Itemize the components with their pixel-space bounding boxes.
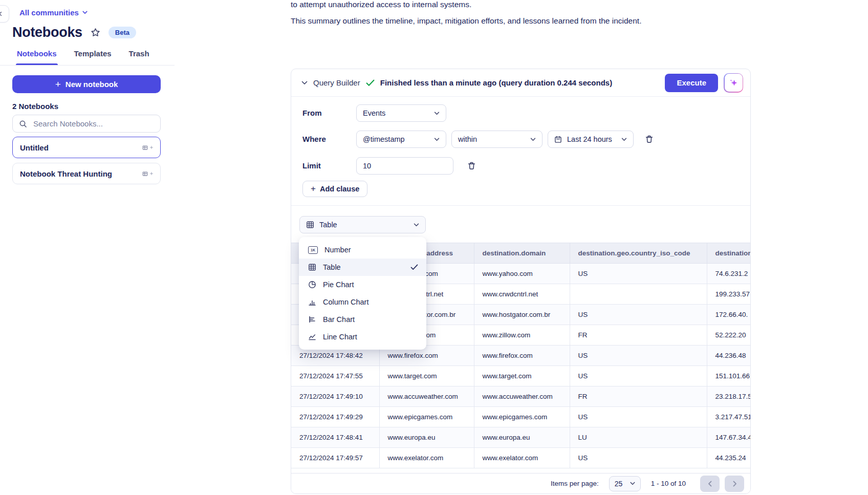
table-row: 27/12/2024 17:49:10www.accuweather.comww… <box>291 386 751 407</box>
collapse-chevron-icon[interactable] <box>301 81 308 85</box>
where-field-select[interactable]: @timestamp <box>356 131 446 148</box>
viz-menu-item-table[interactable]: Table <box>299 259 426 276</box>
mini-sparkle-icon <box>149 171 154 176</box>
table-cell: www.zillow.com <box>474 325 570 346</box>
beta-badge: Beta <box>108 27 136 38</box>
pagination-bar: Items per page: 25 1 - 10 of 10 <box>291 473 750 493</box>
table-column-header: destination.ip <box>707 243 751 264</box>
table-cell: 27/12/2024 17:47:55 <box>291 366 379 386</box>
chevron-right-icon <box>732 481 737 487</box>
chevron-down-icon <box>434 138 440 141</box>
sidebar-tabs: NotebooksTemplatesTrash <box>0 49 175 66</box>
table-cell: www.crwdcntrl.net <box>474 284 570 305</box>
table-cell: www.firefox.com <box>474 346 570 366</box>
tab-trash[interactable]: Trash <box>129 49 149 65</box>
table-cell: 147.67.34.4 <box>707 427 751 448</box>
table-cell: www.exelator.com <box>474 448 570 468</box>
calendar-icon <box>554 136 562 143</box>
mini-grid-icon <box>142 145 148 150</box>
plus-icon: + <box>311 184 316 194</box>
new-notebook-button[interactable]: + New notebook <box>12 75 161 93</box>
document-paragraph: to attempt unauthorized access to intern… <box>291 0 680 9</box>
table-cell: US <box>570 264 707 284</box>
from-select[interactable]: Events <box>356 104 446 122</box>
items-per-page-select[interactable]: 25 <box>609 476 641 491</box>
execute-button[interactable]: Execute <box>665 74 718 92</box>
table-cell: US <box>570 407 707 427</box>
where-field-value: @timestamp <box>363 135 405 143</box>
add-clause-button[interactable]: + Add clause <box>302 181 367 197</box>
table-cell: 52.222.20 <box>707 325 751 346</box>
limit-label: Limit <box>302 157 321 175</box>
viz-menu-item-bar-chart[interactable]: Bar Chart <box>299 311 426 328</box>
chevron-down-icon <box>434 112 440 115</box>
ai-badge <box>142 171 154 177</box>
visualization-type-select[interactable]: Table <box>299 216 426 233</box>
search-box <box>12 115 161 133</box>
from-label: From <box>302 104 322 122</box>
visualization-menu: 1KNumberTablePie ChartColumn ChartBar Ch… <box>299 237 426 350</box>
star-icon[interactable] <box>91 28 100 37</box>
viz-menu-item-line-chart[interactable]: Line Chart <box>299 328 426 346</box>
notebook-card[interactable]: Notebook Threat Hunting <box>12 163 161 184</box>
number-icon: 1K <box>308 246 318 254</box>
viz-menu-item-label: Table <box>323 263 341 271</box>
viz-menu-item-pie-chart[interactable]: Pie Chart <box>299 276 426 293</box>
viz-menu-item-number[interactable]: 1KNumber <box>299 241 426 259</box>
table-cell: 151.101.66. <box>707 366 751 386</box>
chevron-left-icon <box>0 11 4 17</box>
where-operator-select[interactable]: within <box>451 131 542 148</box>
table-cell: www.target.com <box>474 366 570 386</box>
query-builder-title: Query Builder <box>313 78 360 87</box>
table-cell: LU <box>570 427 707 448</box>
previous-page-button[interactable] <box>700 476 720 492</box>
line-chart-icon <box>308 333 316 341</box>
pagination-range: 1 - 10 of 10 <box>651 480 686 487</box>
community-selector[interactable]: All communities <box>19 8 88 17</box>
table-cell: 44.235.24 <box>707 448 751 468</box>
trash-icon <box>467 161 476 170</box>
trash-icon <box>645 135 654 144</box>
table-row: 27/12/2024 17:48:41www.europa.euwww.euro… <box>291 427 751 448</box>
delete-limit-button[interactable] <box>466 160 477 172</box>
ai-assist-button[interactable] <box>724 73 743 93</box>
mini-sparkle-icon <box>149 145 154 150</box>
limit-input[interactable] <box>356 157 453 175</box>
table-row: 27/12/2024 17:47:55www.target.comwww.tar… <box>291 366 751 386</box>
chevron-down-icon <box>621 138 627 141</box>
delete-clause-button[interactable] <box>643 133 655 145</box>
search-input[interactable] <box>32 119 154 128</box>
search-icon <box>19 120 27 128</box>
chevron-left-icon <box>708 481 712 487</box>
table-cell: US <box>570 448 707 468</box>
table-cell: 27/12/2024 17:49:57 <box>291 448 379 468</box>
document-paragraph: This summary outlines the timeline, impa… <box>291 16 680 26</box>
table-column-header: destination.domain <box>474 243 570 264</box>
table-cell: US <box>570 346 707 366</box>
viz-menu-item-column-chart[interactable]: Column Chart <box>299 293 426 311</box>
items-per-page-value: 25 <box>615 480 623 488</box>
table-cell: www.epicgames.com <box>379 407 474 427</box>
notebook-title: Untitled <box>20 143 142 152</box>
notebook-card[interactable]: Untitled <box>12 137 161 158</box>
new-notebook-label: New notebook <box>66 80 118 89</box>
sidebar-collapse-button[interactable] <box>0 5 9 23</box>
sparkle-icon <box>728 78 739 88</box>
viz-menu-item-label: Line Chart <box>323 333 357 341</box>
next-page-button[interactable] <box>725 476 744 492</box>
tab-notebooks[interactable]: Notebooks <box>17 49 57 65</box>
page-title: Notebooks <box>12 25 82 40</box>
table-cell: US <box>570 366 707 386</box>
notebook-count: 2 Notebooks <box>12 102 58 111</box>
table-icon <box>306 221 314 229</box>
table-cell: 27/12/2024 17:49:10 <box>291 386 379 407</box>
divider <box>291 205 750 206</box>
tab-templates[interactable]: Templates <box>74 49 112 65</box>
pie-chart-icon <box>308 281 316 289</box>
table-cell: 199.233.57 <box>707 284 751 305</box>
viz-menu-item-label: Bar Chart <box>323 315 355 324</box>
table-cell: www.exelator.com <box>379 448 474 468</box>
table-cell: 27/12/2024 17:49:29 <box>291 407 379 427</box>
time-range-picker[interactable]: Last 24 hours <box>548 131 634 148</box>
add-clause-label: Add clause <box>320 185 359 193</box>
